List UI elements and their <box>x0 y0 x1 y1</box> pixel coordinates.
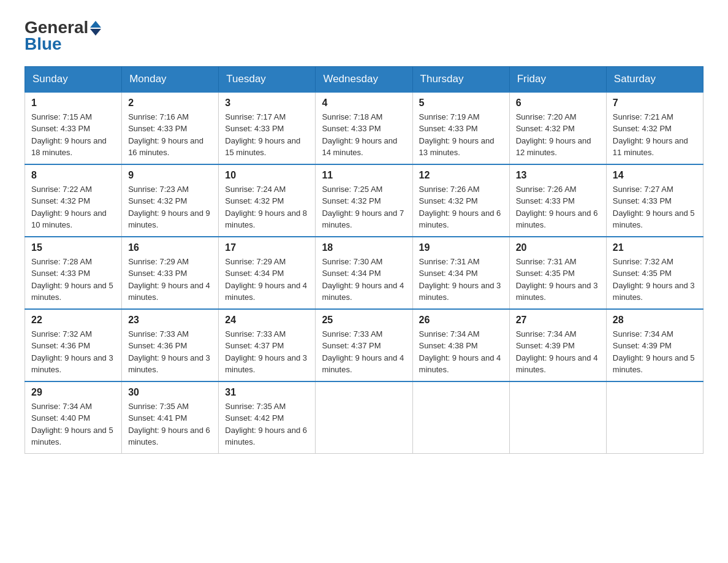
day-number: 6 <box>516 98 600 109</box>
day-info: Sunrise: 7:33 AMSunset: 4:36 PMDaylight:… <box>128 328 212 376</box>
day-cell-17: 17Sunrise: 7:29 AMSunset: 4:34 PMDayligh… <box>219 237 316 309</box>
day-header-wednesday: Wednesday <box>316 66 412 92</box>
day-info: Sunrise: 7:29 AMSunset: 4:34 PMDaylight:… <box>225 256 309 304</box>
day-header-thursday: Thursday <box>412 66 509 92</box>
day-number: 13 <box>516 170 600 181</box>
day-number: 28 <box>613 315 697 326</box>
day-cell-9: 9Sunrise: 7:23 AMSunset: 4:32 PMDaylight… <box>122 164 219 237</box>
day-info: Sunrise: 7:29 AMSunset: 4:33 PMDaylight:… <box>128 256 212 304</box>
day-info: Sunrise: 7:28 AMSunset: 4:33 PMDaylight:… <box>31 256 115 304</box>
day-cell-11: 11Sunrise: 7:25 AMSunset: 4:32 PMDayligh… <box>316 164 412 237</box>
day-cell-22: 22Sunrise: 7:32 AMSunset: 4:36 PMDayligh… <box>25 309 122 381</box>
day-header-tuesday: Tuesday <box>219 66 316 92</box>
day-number: 29 <box>31 387 115 398</box>
day-number: 14 <box>613 170 697 181</box>
day-info: Sunrise: 7:32 AMSunset: 4:35 PMDaylight:… <box>613 256 697 304</box>
logo-icon <box>90 21 101 36</box>
day-cell-30: 30Sunrise: 7:35 AMSunset: 4:41 PMDayligh… <box>122 381 219 454</box>
day-cell-18: 18Sunrise: 7:30 AMSunset: 4:34 PMDayligh… <box>316 237 412 309</box>
day-cell-7: 7Sunrise: 7:21 AMSunset: 4:32 PMDaylight… <box>606 92 703 164</box>
day-header-sunday: Sunday <box>25 66 122 92</box>
logo-blue: Blue <box>25 35 101 54</box>
day-info: Sunrise: 7:32 AMSunset: 4:36 PMDaylight:… <box>31 328 115 376</box>
day-number: 9 <box>128 170 212 181</box>
day-info: Sunrise: 7:19 AMSunset: 4:33 PMDaylight:… <box>419 111 503 159</box>
day-info: Sunrise: 7:15 AMSunset: 4:33 PMDaylight:… <box>31 111 115 159</box>
day-number: 27 <box>516 315 600 326</box>
day-info: Sunrise: 7:34 AMSunset: 4:39 PMDaylight:… <box>613 328 697 376</box>
day-cell-1: 1Sunrise: 7:15 AMSunset: 4:33 PMDaylight… <box>25 92 122 164</box>
empty-cell <box>412 381 509 454</box>
day-number: 11 <box>322 170 406 181</box>
day-info: Sunrise: 7:18 AMSunset: 4:33 PMDaylight:… <box>322 111 406 159</box>
day-header-monday: Monday <box>122 66 219 92</box>
page-header: General Blue <box>25 18 703 54</box>
day-info: Sunrise: 7:26 AMSunset: 4:33 PMDaylight:… <box>516 183 600 231</box>
day-info: Sunrise: 7:17 AMSunset: 4:33 PMDaylight:… <box>225 111 309 159</box>
day-number: 18 <box>322 242 406 253</box>
day-info: Sunrise: 7:24 AMSunset: 4:32 PMDaylight:… <box>225 183 309 231</box>
day-cell-8: 8Sunrise: 7:22 AMSunset: 4:32 PMDaylight… <box>25 164 122 237</box>
day-number: 20 <box>516 242 600 253</box>
day-info: Sunrise: 7:25 AMSunset: 4:32 PMDaylight:… <box>322 183 406 231</box>
day-cell-15: 15Sunrise: 7:28 AMSunset: 4:33 PMDayligh… <box>25 237 122 309</box>
day-cell-20: 20Sunrise: 7:31 AMSunset: 4:35 PMDayligh… <box>509 237 606 309</box>
week-row-3: 15Sunrise: 7:28 AMSunset: 4:33 PMDayligh… <box>25 237 703 309</box>
empty-cell <box>606 381 703 454</box>
day-number: 15 <box>31 242 115 253</box>
day-number: 12 <box>419 170 503 181</box>
day-info: Sunrise: 7:34 AMSunset: 4:38 PMDaylight:… <box>419 328 503 376</box>
day-number: 4 <box>322 98 406 109</box>
empty-cell <box>509 381 606 454</box>
day-number: 10 <box>225 170 309 181</box>
day-cell-21: 21Sunrise: 7:32 AMSunset: 4:35 PMDayligh… <box>606 237 703 309</box>
day-number: 23 <box>128 315 212 326</box>
day-info: Sunrise: 7:21 AMSunset: 4:32 PMDaylight:… <box>613 111 697 159</box>
day-cell-28: 28Sunrise: 7:34 AMSunset: 4:39 PMDayligh… <box>606 309 703 381</box>
day-number: 5 <box>419 98 503 109</box>
calendar-header-row: SundayMondayTuesdayWednesdayThursdayFrid… <box>25 66 703 92</box>
day-info: Sunrise: 7:31 AMSunset: 4:34 PMDaylight:… <box>419 256 503 304</box>
day-info: Sunrise: 7:26 AMSunset: 4:32 PMDaylight:… <box>419 183 503 231</box>
logo: General Blue <box>25 18 101 54</box>
week-row-1: 1Sunrise: 7:15 AMSunset: 4:33 PMDaylight… <box>25 92 703 164</box>
day-number: 22 <box>31 315 115 326</box>
day-number: 16 <box>128 242 212 253</box>
day-number: 31 <box>225 387 309 398</box>
day-info: Sunrise: 7:22 AMSunset: 4:32 PMDaylight:… <box>31 183 115 231</box>
day-cell-24: 24Sunrise: 7:33 AMSunset: 4:37 PMDayligh… <box>219 309 316 381</box>
day-number: 3 <box>225 98 309 109</box>
day-cell-25: 25Sunrise: 7:33 AMSunset: 4:37 PMDayligh… <box>316 309 412 381</box>
day-number: 17 <box>225 242 309 253</box>
day-cell-6: 6Sunrise: 7:20 AMSunset: 4:32 PMDaylight… <box>509 92 606 164</box>
week-row-4: 22Sunrise: 7:32 AMSunset: 4:36 PMDayligh… <box>25 309 703 381</box>
day-number: 21 <box>613 242 697 253</box>
day-info: Sunrise: 7:31 AMSunset: 4:35 PMDaylight:… <box>516 256 600 304</box>
day-cell-19: 19Sunrise: 7:31 AMSunset: 4:34 PMDayligh… <box>412 237 509 309</box>
day-info: Sunrise: 7:33 AMSunset: 4:37 PMDaylight:… <box>322 328 406 376</box>
day-info: Sunrise: 7:23 AMSunset: 4:32 PMDaylight:… <box>128 183 212 231</box>
day-number: 30 <box>128 387 212 398</box>
week-row-2: 8Sunrise: 7:22 AMSunset: 4:32 PMDaylight… <box>25 164 703 237</box>
day-cell-31: 31Sunrise: 7:35 AMSunset: 4:42 PMDayligh… <box>219 381 316 454</box>
day-info: Sunrise: 7:33 AMSunset: 4:37 PMDaylight:… <box>225 328 309 376</box>
day-cell-2: 2Sunrise: 7:16 AMSunset: 4:33 PMDaylight… <box>122 92 219 164</box>
week-row-5: 29Sunrise: 7:34 AMSunset: 4:40 PMDayligh… <box>25 381 703 454</box>
day-number: 7 <box>613 98 697 109</box>
day-cell-16: 16Sunrise: 7:29 AMSunset: 4:33 PMDayligh… <box>122 237 219 309</box>
day-cell-29: 29Sunrise: 7:34 AMSunset: 4:40 PMDayligh… <box>25 381 122 454</box>
day-cell-5: 5Sunrise: 7:19 AMSunset: 4:33 PMDaylight… <box>412 92 509 164</box>
day-cell-3: 3Sunrise: 7:17 AMSunset: 4:33 PMDaylight… <box>219 92 316 164</box>
day-cell-23: 23Sunrise: 7:33 AMSunset: 4:36 PMDayligh… <box>122 309 219 381</box>
day-info: Sunrise: 7:34 AMSunset: 4:40 PMDaylight:… <box>31 400 115 448</box>
day-info: Sunrise: 7:20 AMSunset: 4:32 PMDaylight:… <box>516 111 600 159</box>
day-info: Sunrise: 7:34 AMSunset: 4:39 PMDaylight:… <box>516 328 600 376</box>
day-cell-13: 13Sunrise: 7:26 AMSunset: 4:33 PMDayligh… <box>509 164 606 237</box>
day-info: Sunrise: 7:27 AMSunset: 4:33 PMDaylight:… <box>613 183 697 231</box>
day-number: 8 <box>31 170 115 181</box>
day-number: 19 <box>419 242 503 253</box>
day-info: Sunrise: 7:30 AMSunset: 4:34 PMDaylight:… <box>322 256 406 304</box>
day-number: 24 <box>225 315 309 326</box>
day-header-saturday: Saturday <box>606 66 703 92</box>
day-number: 26 <box>419 315 503 326</box>
